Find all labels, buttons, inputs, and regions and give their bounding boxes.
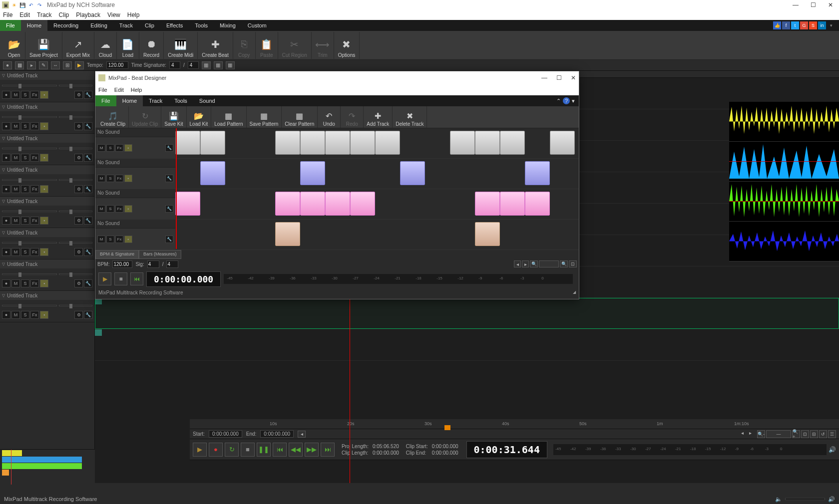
rewind-button[interactable]: ◀◀ — [289, 443, 303, 457]
zoom-slider[interactable]: — — [766, 430, 791, 438]
beat-footer-tab-bpm[interactable]: BPM & Signature — [95, 250, 139, 259]
beat-mute[interactable]: M — [97, 144, 105, 152]
fx-button[interactable]: Fx — [30, 279, 39, 287]
automation-button[interactable]: ⚙ — [74, 217, 83, 225]
beat-cell-empty[interactable] — [550, 189, 575, 219]
minimize-button[interactable]: — — [793, 1, 799, 8]
beat-cell-active[interactable] — [475, 222, 500, 246]
color-button[interactable]: ▪ — [40, 311, 48, 319]
track-header[interactable]: ▽ Untitled Track — [0, 291, 94, 300]
beat-cell-empty[interactable] — [200, 220, 225, 250]
arm-button[interactable]: ● — [2, 185, 10, 193]
volume-icon[interactable]: 🔈 — [775, 496, 782, 503]
tab-custom[interactable]: Custom — [242, 20, 273, 31]
automation-button[interactable]: ⚙ — [74, 248, 83, 256]
settings-button[interactable]: 🔧 — [84, 279, 92, 287]
beat-cell-empty[interactable] — [325, 159, 350, 189]
beat-cell-empty[interactable] — [225, 220, 250, 250]
ribbon-export-mix-button[interactable]: ↗Export Mix — [62, 32, 94, 59]
beat-cell-empty[interactable] — [550, 159, 575, 189]
social-tw-icon[interactable]: t — [791, 21, 799, 29]
beat-cell-empty[interactable] — [300, 220, 325, 250]
beat-cells-row-2[interactable] — [175, 189, 579, 219]
mute-button[interactable]: M — [11, 185, 20, 193]
beat-close-button[interactable]: ✕ — [571, 74, 576, 81]
arm-button[interactable]: ● — [2, 217, 10, 225]
track-name[interactable]: Untitled Track — [7, 230, 37, 236]
hscroll-right[interactable]: ▸ — [749, 430, 756, 438]
ribbon-save-project-button[interactable]: 💾Save Project — [25, 32, 62, 59]
beat-cell-empty[interactable] — [175, 159, 200, 189]
beat-cell-empty[interactable] — [275, 159, 300, 189]
beat-titlebar[interactable]: MixPad - Beat Designer — ☐ ✕ — [95, 71, 579, 84]
beat-maximize-button[interactable]: ☐ — [556, 74, 562, 81]
track-header[interactable]: ▽ Untitled Track — [0, 228, 94, 237]
beat-cell-active[interactable] — [450, 131, 475, 155]
range-nav-prev[interactable]: ◂ — [298, 431, 306, 438]
solo-button[interactable]: S — [21, 122, 29, 130]
beat-cells-row-3[interactable] — [175, 220, 579, 250]
beat-resize-grip[interactable]: ◢ — [573, 290, 576, 297]
collapse-icon[interactable]: ▽ — [2, 168, 5, 172]
arm-button[interactable]: ● — [2, 248, 10, 256]
ribbon-create-beat-button[interactable]: ✚Create Beat — [198, 32, 233, 59]
collapse-icon[interactable]: ▽ — [2, 199, 5, 204]
beat-stop-button[interactable]: ■ — [114, 272, 127, 285]
pan-slider[interactable] — [59, 305, 92, 306]
fx-button[interactable]: Fx — [30, 185, 39, 193]
track-header[interactable]: ▽ Untitled Track — [0, 134, 94, 143]
mute-button[interactable]: M — [11, 91, 20, 99]
record-button[interactable]: ● — [209, 443, 223, 457]
beat-settings[interactable]: 🔧 — [165, 205, 173, 213]
track-header[interactable]: ▽ Untitled Track — [0, 102, 94, 111]
beat-cell-empty[interactable] — [425, 189, 450, 219]
ribbon-load-button[interactable]: 📄Load — [117, 32, 139, 59]
collapse-icon[interactable]: ▽ — [2, 293, 5, 298]
stop-button[interactable]: ■ — [241, 443, 255, 457]
beat-save-kit-button[interactable]: 💾Save Kit — [161, 106, 186, 128]
settings-button[interactable]: 🔧 — [84, 185, 92, 193]
beat-clear-pattern-button[interactable]: ▦Clear Pattern — [282, 106, 318, 128]
color-button[interactable]: ▪ — [40, 248, 48, 256]
beat-fx[interactable]: Fx — [115, 144, 123, 152]
track-name[interactable]: Untitled Track — [7, 199, 37, 204]
beat-load-kit-button[interactable]: 📂Load Kit — [187, 106, 212, 128]
automation-button[interactable]: ⚙ — [74, 122, 83, 130]
beat-color[interactable]: ▪ — [124, 236, 132, 243]
social-su-icon[interactable]: S — [809, 21, 817, 29]
beat-sound-name[interactable]: No Sound — [95, 220, 175, 229]
save-icon[interactable]: 💾 — [19, 1, 26, 8]
tab-editing[interactable]: Editing — [84, 20, 113, 31]
beat-tab-sound[interactable]: Sound — [193, 95, 221, 106]
social-fb-icon[interactable]: f — [782, 21, 790, 29]
settings-button[interactable]: 🔧 — [84, 217, 92, 225]
solo-button[interactable]: S — [21, 217, 29, 225]
mute-button[interactable]: M — [11, 154, 20, 162]
beat-cell-empty[interactable] — [525, 220, 550, 250]
collapse-icon[interactable]: ▽ — [2, 231, 5, 235]
arm-button[interactable]: ● — [2, 122, 10, 130]
new-icon[interactable]: ☀ — [10, 1, 17, 8]
track-name[interactable]: Untitled Track — [7, 136, 37, 141]
track-name[interactable]: Untitled Track — [7, 293, 37, 298]
volume-slider[interactable] — [2, 305, 57, 306]
beat-cell-empty[interactable] — [425, 128, 450, 158]
fx-button[interactable]: Fx — [30, 154, 39, 162]
tab-home[interactable]: Home — [21, 20, 47, 31]
beat-cell-empty[interactable] — [375, 159, 400, 189]
mute-button[interactable]: M — [11, 311, 20, 319]
beat-scroll-left[interactable]: ◂ — [514, 260, 521, 267]
opt-btn-1[interactable]: ● — [3, 61, 12, 69]
beat-cell-active[interactable] — [525, 161, 550, 185]
arm-button[interactable]: ● — [2, 91, 10, 99]
hscroll-left[interactable]: ◂ — [741, 430, 748, 438]
beat-cell-empty[interactable] — [225, 159, 250, 189]
tab-recording[interactable]: Recording — [47, 20, 84, 31]
collapse-icon[interactable]: ▽ — [2, 136, 5, 141]
track-name[interactable]: Untitled Track — [7, 167, 37, 173]
opt-btn-6[interactable]: ⊞ — [63, 61, 72, 69]
beat-cell-empty[interactable] — [250, 159, 275, 189]
beat-color[interactable]: ▪ — [124, 205, 132, 213]
fx-button[interactable]: Fx — [30, 248, 39, 256]
beat-cell-active[interactable] — [275, 192, 300, 216]
